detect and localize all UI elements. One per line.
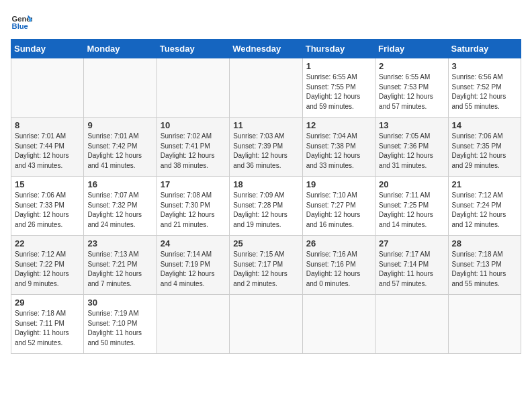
empty-cell [157,58,229,118]
day-number: 24 [161,238,226,248]
col-header-tuesday: Tuesday [157,40,229,58]
day-number: 29 [15,298,80,308]
col-header-monday: Monday [84,40,157,58]
day-cell-30: 30Sunrise: 7:19 AM Sunset: 7:10 PM Dayli… [84,295,157,354]
day-info: Sunrise: 7:04 AM Sunset: 7:38 PM Dayligh… [306,132,371,171]
day-info: Sunrise: 6:55 AM Sunset: 7:55 PM Dayligh… [306,73,371,111]
day-info: Sunrise: 7:01 AM Sunset: 7:44 PM Dayligh… [15,132,80,171]
logo: General Blue [11,11,35,32]
col-header-saturday: Saturday [448,40,521,58]
day-number: 2 [379,61,444,71]
day-number: 8 [15,120,80,130]
day-number: 22 [15,238,80,248]
day-number: 18 [233,179,298,189]
day-cell-27: 27Sunrise: 7:17 AM Sunset: 7:14 PM Dayli… [375,236,448,295]
day-info: Sunrise: 6:55 AM Sunset: 7:53 PM Dayligh… [379,73,444,111]
day-number: 17 [161,179,226,189]
day-info: Sunrise: 7:03 AM Sunset: 7:39 PM Dayligh… [233,132,298,171]
empty-cell [84,58,157,118]
day-cell-24: 24Sunrise: 7:14 AM Sunset: 7:19 PM Dayli… [157,236,229,295]
day-info: Sunrise: 7:11 AM Sunset: 7:25 PM Dayligh… [379,191,444,230]
day-cell-3: 3Sunrise: 6:56 AM Sunset: 7:52 PM Daylig… [448,58,521,118]
day-cell-2: 2Sunrise: 6:55 AM Sunset: 7:53 PM Daylig… [375,58,448,118]
day-cell-1: 1Sunrise: 6:55 AM Sunset: 7:55 PM Daylig… [302,58,375,118]
day-number: 1 [306,61,371,71]
day-info: Sunrise: 7:17 AM Sunset: 7:14 PM Dayligh… [379,250,444,289]
day-info: Sunrise: 7:18 AM Sunset: 7:11 PM Dayligh… [15,309,80,348]
day-number: 11 [233,120,298,130]
day-info: Sunrise: 7:02 AM Sunset: 7:41 PM Dayligh… [161,132,226,171]
day-cell-16: 16Sunrise: 7:07 AM Sunset: 7:32 PM Dayli… [84,177,157,236]
day-info: Sunrise: 7:13 AM Sunset: 7:21 PM Dayligh… [87,250,152,289]
day-cell-23: 23Sunrise: 7:13 AM Sunset: 7:21 PM Dayli… [84,236,157,295]
day-cell-17: 17Sunrise: 7:08 AM Sunset: 7:30 PM Dayli… [157,177,229,236]
day-cell-25: 25Sunrise: 7:15 AM Sunset: 7:17 PM Dayli… [230,236,302,295]
day-info: Sunrise: 7:07 AM Sunset: 7:32 PM Dayligh… [87,191,152,230]
empty-cell [11,58,84,118]
day-cell-20: 20Sunrise: 7:11 AM Sunset: 7:25 PM Dayli… [375,177,448,236]
col-header-thursday: Thursday [302,40,375,58]
day-cell-9: 9Sunrise: 7:01 AM Sunset: 7:42 PM Daylig… [84,118,157,177]
day-info: Sunrise: 7:15 AM Sunset: 7:17 PM Dayligh… [233,250,298,289]
day-cell-12: 12Sunrise: 7:04 AM Sunset: 7:38 PM Dayli… [302,118,375,177]
day-number: 10 [161,120,226,130]
day-info: Sunrise: 7:14 AM Sunset: 7:19 PM Dayligh… [161,250,226,289]
day-cell-18: 18Sunrise: 7:09 AM Sunset: 7:28 PM Dayli… [230,177,302,236]
day-info: Sunrise: 7:06 AM Sunset: 7:33 PM Dayligh… [15,191,80,230]
day-number: 26 [306,238,371,248]
day-number: 28 [452,238,517,248]
day-number: 21 [452,179,517,189]
col-header-wednesday: Wednesday [230,40,302,58]
logo-icon: General Blue [11,11,32,32]
day-number: 3 [452,61,517,71]
empty-cell [302,295,375,354]
day-cell-28: 28Sunrise: 7:18 AM Sunset: 7:13 PM Dayli… [448,236,521,295]
day-cell-15: 15Sunrise: 7:06 AM Sunset: 7:33 PM Dayli… [11,177,84,236]
day-info: Sunrise: 6:56 AM Sunset: 7:52 PM Dayligh… [452,73,517,111]
day-info: Sunrise: 7:05 AM Sunset: 7:36 PM Dayligh… [379,132,444,171]
day-info: Sunrise: 7:10 AM Sunset: 7:27 PM Dayligh… [306,191,371,230]
day-cell-10: 10Sunrise: 7:02 AM Sunset: 7:41 PM Dayli… [157,118,229,177]
day-info: Sunrise: 7:12 AM Sunset: 7:24 PM Dayligh… [452,191,517,230]
day-number: 27 [379,238,444,248]
day-info: Sunrise: 7:09 AM Sunset: 7:28 PM Dayligh… [233,191,298,230]
svg-text:Blue: Blue [12,22,28,30]
day-number: 14 [452,120,517,130]
day-number: 30 [87,298,152,308]
day-number: 12 [306,120,371,130]
day-info: Sunrise: 7:18 AM Sunset: 7:13 PM Dayligh… [452,250,517,289]
empty-cell [230,58,302,118]
day-number: 9 [87,120,152,130]
day-info: Sunrise: 7:08 AM Sunset: 7:30 PM Dayligh… [161,191,226,230]
day-cell-11: 11Sunrise: 7:03 AM Sunset: 7:39 PM Dayli… [230,118,302,177]
day-info: Sunrise: 7:06 AM Sunset: 7:35 PM Dayligh… [452,132,517,171]
day-info: Sunrise: 7:01 AM Sunset: 7:42 PM Dayligh… [87,132,152,171]
page-header: General Blue [11,11,521,32]
day-cell-13: 13Sunrise: 7:05 AM Sunset: 7:36 PM Dayli… [375,118,448,177]
day-info: Sunrise: 7:19 AM Sunset: 7:10 PM Dayligh… [87,309,152,348]
day-number: 23 [87,238,152,248]
empty-cell [230,295,302,354]
day-cell-22: 22Sunrise: 7:12 AM Sunset: 7:22 PM Dayli… [11,236,84,295]
day-cell-21: 21Sunrise: 7:12 AM Sunset: 7:24 PM Dayli… [448,177,521,236]
day-number: 25 [233,238,298,248]
day-info: Sunrise: 7:16 AM Sunset: 7:16 PM Dayligh… [306,250,371,289]
day-number: 16 [87,179,152,189]
empty-cell [157,295,229,354]
day-info: Sunrise: 7:12 AM Sunset: 7:22 PM Dayligh… [15,250,80,289]
day-cell-8: 8Sunrise: 7:01 AM Sunset: 7:44 PM Daylig… [11,118,84,177]
day-number: 13 [379,120,444,130]
day-cell-14: 14Sunrise: 7:06 AM Sunset: 7:35 PM Dayli… [448,118,521,177]
col-header-sunday: Sunday [11,40,84,58]
day-number: 19 [306,179,371,189]
empty-cell [448,295,521,354]
day-cell-29: 29Sunrise: 7:18 AM Sunset: 7:11 PM Dayli… [11,295,84,354]
col-header-friday: Friday [375,40,448,58]
empty-cell [375,295,448,354]
day-cell-19: 19Sunrise: 7:10 AM Sunset: 7:27 PM Dayli… [302,177,375,236]
calendar-table: SundayMondayTuesdayWednesdayThursdayFrid… [11,39,521,354]
day-cell-26: 26Sunrise: 7:16 AM Sunset: 7:16 PM Dayli… [302,236,375,295]
day-number: 20 [379,179,444,189]
day-number: 15 [15,179,80,189]
